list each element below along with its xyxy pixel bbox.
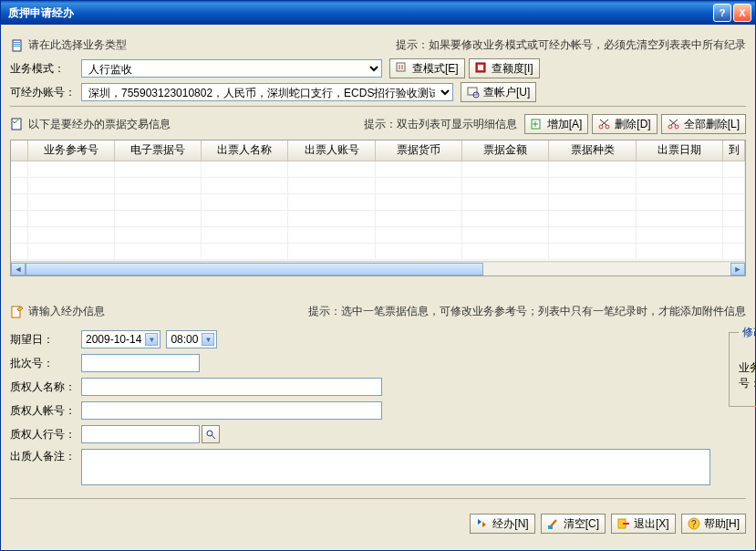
window: 质押申请经办 ? X 请在此选择业务类型 提示：如果要修改业务模式或可经办帐号，… xyxy=(0,0,756,551)
col-drawer-name[interactable]: 出票人名称 xyxy=(202,140,288,161)
form-grid: 期望日： 2009-10-14 ▼ 08:00 ▼ 批次号： xyxy=(10,325,746,491)
process-button[interactable]: 经办[N] xyxy=(470,514,534,534)
scroll-left-button[interactable]: ◄ xyxy=(11,263,26,276)
col-issue-date[interactable]: 出票日期 xyxy=(636,140,722,161)
add-icon xyxy=(531,118,544,130)
magnifier-icon xyxy=(205,429,216,440)
fieldset-legend: 修改业务参考号 xyxy=(739,325,756,340)
titlebar: 质押申请经办 ? X xyxy=(1,1,755,25)
col-ref[interactable]: 业务参考号 xyxy=(27,140,114,161)
broom-icon xyxy=(547,517,560,530)
svg-rect-4 xyxy=(397,63,405,71)
table-row[interactable] xyxy=(11,210,745,226)
ref-label: 业务参考号： xyxy=(739,360,756,391)
svg-text:?: ? xyxy=(691,519,697,529)
clear-button[interactable]: 清空[C] xyxy=(541,514,606,534)
horizontal-scrollbar[interactable]: ◄ ► xyxy=(11,261,745,276)
svg-line-25 xyxy=(212,435,215,439)
scissors-all-icon xyxy=(668,118,680,130)
run-icon xyxy=(476,517,489,530)
modify-ref-fieldset: 修改业务参考号 业务参考号： 修改[M] xyxy=(729,325,756,407)
time-input[interactable]: 08:00 ▼ xyxy=(166,330,217,348)
svg-point-19 xyxy=(668,125,672,129)
chevron-down-icon[interactable]: ▼ xyxy=(202,333,214,346)
section2-label: 以下是要经办的票据交易信息 xyxy=(28,117,171,132)
svg-rect-11 xyxy=(12,119,21,130)
section1-label: 请在此选择业务类型 xyxy=(28,37,127,53)
bottom-toolbar: 经办[N] 清空[C] 退出[X] ? 帮助[H] xyxy=(10,506,746,534)
col-currency[interactable]: 票据货币 xyxy=(375,140,461,161)
remark-label: 出质人备注： xyxy=(10,449,81,464)
check-account-button[interactable]: 查帐户[U] xyxy=(461,82,536,102)
pledgee-name-label: 质权人名称： xyxy=(10,379,81,395)
col-bill-no[interactable]: 电子票据号 xyxy=(114,140,201,161)
form-right: 修改业务参考号 业务参考号： 修改[M] xyxy=(729,325,756,491)
check-quota-button[interactable]: 查额度[I] xyxy=(469,58,540,78)
search-icon xyxy=(396,62,409,75)
add-button[interactable]: 增加[A] xyxy=(524,114,589,134)
lookup-button[interactable] xyxy=(202,425,220,443)
section3-header: 请输入经办信息 提示：选中一笔票据信息，可修改业务参考号；列表中只有一笔纪录时，… xyxy=(10,304,746,319)
check-mode-button[interactable]: 查模式[E] xyxy=(389,58,465,78)
help-button[interactable]: ? 帮助[H] xyxy=(681,514,746,534)
pledgee-bank-label: 质权人行号： xyxy=(10,427,81,442)
content: 请在此选择业务类型 提示：如果要修改业务模式或可经办帐号，必须先清空列表表中所有… xyxy=(1,25,755,541)
svg-rect-9 xyxy=(468,88,477,95)
svg-point-15 xyxy=(599,125,603,129)
section3-label: 请输入经办信息 xyxy=(28,304,105,319)
chevron-down-icon[interactable]: ▼ xyxy=(145,333,158,346)
svg-point-20 xyxy=(675,125,678,129)
pledgee-account-label: 质权人帐号： xyxy=(10,403,81,419)
pledgee-name-input[interactable] xyxy=(81,378,382,396)
table-row[interactable] xyxy=(11,193,745,210)
table-row[interactable] xyxy=(11,177,745,193)
col-last[interactable]: 到 xyxy=(723,140,745,161)
doc-icon xyxy=(10,38,25,53)
table-row[interactable] xyxy=(11,243,745,259)
batch-input[interactable] xyxy=(81,354,200,372)
svg-rect-8 xyxy=(478,65,483,70)
table-header-row: 业务参考号 电子票据号 出票人名称 出票人账号 票据货币 票据金额 票据种类 出… xyxy=(11,140,745,161)
col-type[interactable]: 票据种类 xyxy=(549,140,636,161)
section1-hint: 提示：如果要修改业务模式或可经办帐号，必须先清空列表表中所有纪录 xyxy=(396,37,746,53)
section1-header: 请在此选择业务类型 提示：如果要修改业务模式或可经办帐号，必须先清空列表表中所有… xyxy=(10,37,746,53)
section2-hint: 提示：双击列表可显示明细信息 xyxy=(364,117,517,132)
quota-icon xyxy=(475,62,488,75)
scroll-thumb[interactable] xyxy=(26,263,483,276)
pledgee-account-input[interactable] xyxy=(81,401,382,420)
account-row: 可经办账号： 深圳，755903123010802，人民币，深圳蛇口支行，ECD… xyxy=(10,82,746,102)
pledgee-bank-input[interactable] xyxy=(81,425,200,443)
date-input[interactable]: 2009-10-14 ▼ xyxy=(81,330,161,348)
section2-toolbar: 增加[A] 删除[D] 全部删除[L] xyxy=(524,114,746,134)
svg-point-16 xyxy=(606,125,609,129)
form-left: 期望日： 2009-10-14 ▼ 08:00 ▼ 批次号： xyxy=(10,325,710,491)
table-row[interactable] xyxy=(11,161,745,177)
exit-button[interactable]: 退出[X] xyxy=(611,514,676,534)
close-title-button[interactable]: X xyxy=(733,4,751,22)
account-select[interactable]: 深圳，755903123010802，人民币，深圳蛇口支行，ECDS招行验收测试… xyxy=(81,83,453,101)
scroll-track[interactable] xyxy=(26,263,730,276)
business-mode-row: 业务模式： 人行监收 查模式[E] 查额度[I] xyxy=(10,58,746,78)
remark-textarea[interactable] xyxy=(81,449,710,485)
col-drawer-account[interactable]: 出票人账号 xyxy=(288,140,375,161)
data-table[interactable]: 业务参考号 电子票据号 出票人名称 出票人账号 票据货币 票据金额 票据种类 出… xyxy=(10,140,746,276)
scroll-right-button[interactable]: ► xyxy=(730,263,745,276)
delete-button[interactable]: 删除[D] xyxy=(592,114,657,134)
col-amount[interactable]: 票据金额 xyxy=(462,140,549,161)
batch-label: 批次号： xyxy=(10,356,81,371)
section3-hint: 提示：选中一笔票据信息，可修改业务参考号；列表中只有一笔纪录时，才能添加附件信息 xyxy=(308,304,746,319)
account-label: 可经办账号： xyxy=(10,85,81,100)
svg-rect-1 xyxy=(14,42,20,43)
help-title-button[interactable]: ? xyxy=(713,4,731,22)
date-label: 期望日： xyxy=(10,332,81,348)
table-row[interactable] xyxy=(11,226,745,243)
list-icon xyxy=(10,117,25,131)
svg-rect-2 xyxy=(14,44,20,45)
delete-all-button[interactable]: 全部删除[L] xyxy=(661,114,746,134)
mode-label: 业务模式： xyxy=(10,61,81,77)
window-title: 质押申请经办 xyxy=(8,5,713,21)
account-icon xyxy=(467,86,480,99)
titlebar-buttons: ? X xyxy=(713,4,751,22)
business-mode-select[interactable]: 人行监收 xyxy=(81,59,382,78)
svg-rect-27 xyxy=(548,525,553,529)
